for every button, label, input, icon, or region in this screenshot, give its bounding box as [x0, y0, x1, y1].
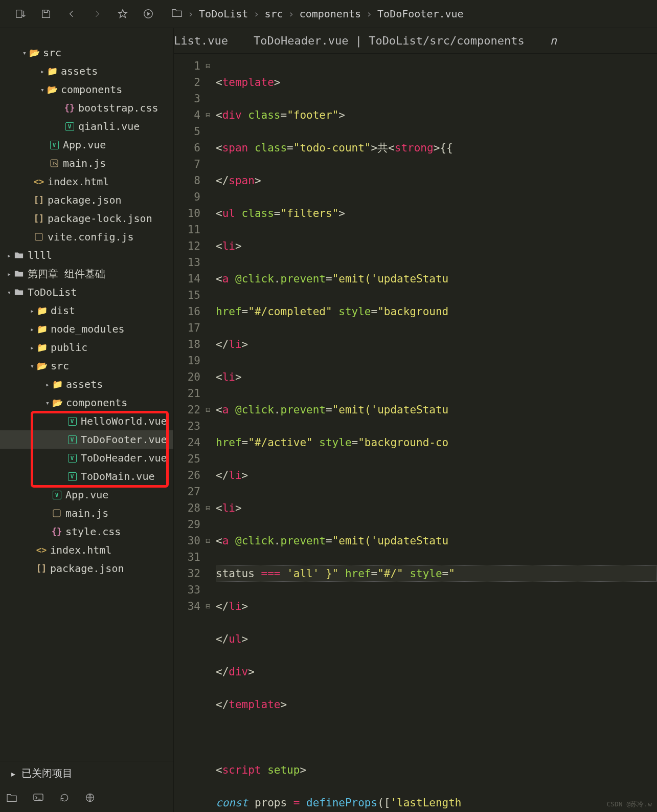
tree-folder-todolist[interactable]: ▾ ToDoList	[0, 283, 173, 301]
chevron-down-icon: ▾	[5, 289, 13, 296]
tree-file-viteconf[interactable]: vite.config.js	[0, 228, 173, 246]
breadcrumb-sep: ›	[366, 8, 372, 20]
chevron-right-icon: ▸	[5, 270, 13, 278]
tree-file-stylecss[interactable]: {} style.css	[0, 522, 173, 541]
tree-file-todofooter[interactable]: V ToDoFooter.vue	[0, 430, 173, 449]
svg-rect-4	[35, 233, 42, 240]
globe-icon[interactable]	[85, 793, 95, 805]
tree-file-packagejson[interactable]: [] package.json	[0, 191, 173, 209]
code-area[interactable]: 1234567891011121314151617181920212223242…	[174, 54, 657, 812]
breadcrumb-item[interactable]: ToDoFooter.vue	[377, 8, 464, 20]
folder-icon: 📂	[36, 361, 48, 371]
vue-icon: V	[66, 417, 78, 426]
tab-todoheader[interactable]: ToDoHeader.vue | ToDoList/src/components	[254, 34, 525, 47]
tree-folder-public[interactable]: ▸ 📁 public	[0, 338, 173, 357]
closed-projects-label: 已关闭项目	[21, 766, 73, 780]
tree-file-todomain[interactable]: V ToDoMain.vue	[0, 467, 173, 486]
editor-tabs: List.vue ToDoHeader.vue | ToDoList/src/c…	[174, 28, 657, 54]
breadcrumb-item[interactable]: src	[264, 8, 283, 20]
forward-icon[interactable]	[84, 0, 110, 28]
sidebar: ▾ 📂 src ▸ 📁 assets ▾ 📂 components {} boo…	[0, 28, 174, 812]
tree-label: style.css	[65, 525, 121, 538]
tree-label: main.js	[63, 157, 106, 169]
tree-folder-src2[interactable]: ▾ 📂 src	[0, 357, 173, 375]
json-icon: []	[33, 195, 44, 205]
js-icon: JS	[49, 159, 60, 167]
panel-toggle-icon[interactable]	[8, 0, 33, 28]
svg-rect-0	[16, 10, 22, 18]
tree-label: ToDoHeader.vue	[81, 452, 167, 464]
tree-label: src	[51, 360, 69, 372]
tree-folder-components[interactable]: ▾ 📂 components	[0, 80, 173, 99]
folder-icon: 📁	[36, 324, 48, 334]
tree-label: components	[66, 397, 127, 409]
tree-label: assets	[61, 65, 98, 77]
tree-label: qianli.vue	[78, 120, 140, 133]
back-icon[interactable]	[59, 0, 84, 28]
code[interactable]: <template> <div class="footer"> <span cl…	[216, 54, 657, 812]
tab-cut[interactable]: n	[550, 34, 557, 47]
tree-folder-ch4[interactable]: ▸ 第四章 组件基础	[0, 265, 173, 283]
refresh-icon[interactable]	[59, 793, 70, 805]
tree-file-todoheader[interactable]: V ToDoHeader.vue	[0, 449, 173, 467]
chevron-right-icon: ▸	[43, 381, 52, 388]
tree-file-mainjs[interactable]: JS main.js	[0, 154, 173, 172]
fold-column[interactable]: ⊟⊟⊟⊟⊟⊟	[206, 54, 216, 812]
tree-label: node_modules	[51, 323, 125, 335]
save-icon[interactable]	[33, 0, 59, 28]
tree-file-indexhtml2[interactable]: <> index.html	[0, 541, 173, 559]
breadcrumb-item[interactable]: ToDoList	[199, 8, 248, 20]
tree-label: ToDoList	[28, 286, 77, 298]
file-tree[interactable]: ▾ 📂 src ▸ 📁 assets ▾ 📂 components {} boo…	[0, 28, 173, 761]
tree-folder-assets[interactable]: ▸ 📁 assets	[0, 62, 173, 80]
star-icon[interactable]	[110, 0, 135, 28]
tree-file-appvue[interactable]: V App.vue	[0, 136, 173, 154]
js-icon	[51, 509, 62, 517]
tree-folder-components2[interactable]: ▾ 📂 components	[0, 393, 173, 412]
tree-label: public	[51, 341, 87, 354]
chevron-right-icon: ▸	[28, 325, 36, 333]
css-icon: {}	[64, 103, 75, 113]
folder-icon: 📂	[29, 48, 40, 58]
css-icon: {}	[51, 526, 62, 537]
tree-label: llll	[28, 249, 52, 261]
closed-projects[interactable]: ▸ 已关闭项目	[0, 761, 173, 785]
folder-icon: 📂	[47, 84, 58, 95]
tree-folder-src[interactable]: ▾ 📂 src	[0, 43, 173, 62]
tree-label: main.js	[65, 507, 108, 519]
chevron-right-icon: ▸	[5, 252, 13, 259]
console-icon[interactable]	[33, 793, 44, 805]
tab-listvue[interactable]: List.vue	[174, 34, 228, 47]
svg-rect-6	[34, 794, 43, 801]
breadcrumb-item[interactable]: components	[300, 8, 361, 20]
json-icon: []	[33, 213, 44, 224]
vue-icon: V	[66, 435, 78, 444]
vue-icon: V	[66, 454, 78, 463]
tree-label: HelloWorld.vue	[81, 415, 167, 427]
folder-open-icon[interactable]	[6, 793, 17, 805]
breadcrumb-folder-icon	[171, 8, 183, 20]
js-icon	[33, 233, 44, 241]
chevron-right-icon: ▸	[28, 307, 36, 315]
tree-folder-dist[interactable]: ▸ 📁 dist	[0, 301, 173, 320]
tree-folder-assets2[interactable]: ▸ 📁 assets	[0, 375, 173, 393]
tree-label: 第四章 组件基础	[28, 267, 105, 281]
tree-file-helloworld[interactable]: V HelloWorld.vue	[0, 412, 173, 430]
svg-rect-5	[53, 510, 60, 517]
tree-file-bootstrap[interactable]: {} bootstrap.css	[0, 99, 173, 117]
tree-folder-nodemodules[interactable]: ▸ 📁 node_modules	[0, 320, 173, 338]
tree-file-appvue2[interactable]: V App.vue	[0, 486, 173, 504]
folder-icon: 📁	[36, 342, 48, 353]
tree-file-packagejson2[interactable]: [] package.json	[0, 559, 173, 578]
html-icon: <>	[36, 545, 47, 555]
tree-file-qianli[interactable]: V qianli.vue	[0, 117, 173, 136]
folder-icon: 📁	[47, 66, 58, 76]
tree-folder-llll[interactable]: ▸ llll	[0, 246, 173, 265]
bottom-toolbar	[0, 785, 173, 812]
tree-file-mainjs2[interactable]: main.js	[0, 504, 173, 522]
run-icon[interactable]	[135, 0, 161, 28]
json-icon: []	[36, 563, 47, 574]
tree-file-packagelock[interactable]: [] package-lock.json	[0, 209, 173, 228]
tree-file-indexhtml[interactable]: <> index.html	[0, 172, 173, 191]
folder-icon: 📁	[52, 379, 63, 389]
